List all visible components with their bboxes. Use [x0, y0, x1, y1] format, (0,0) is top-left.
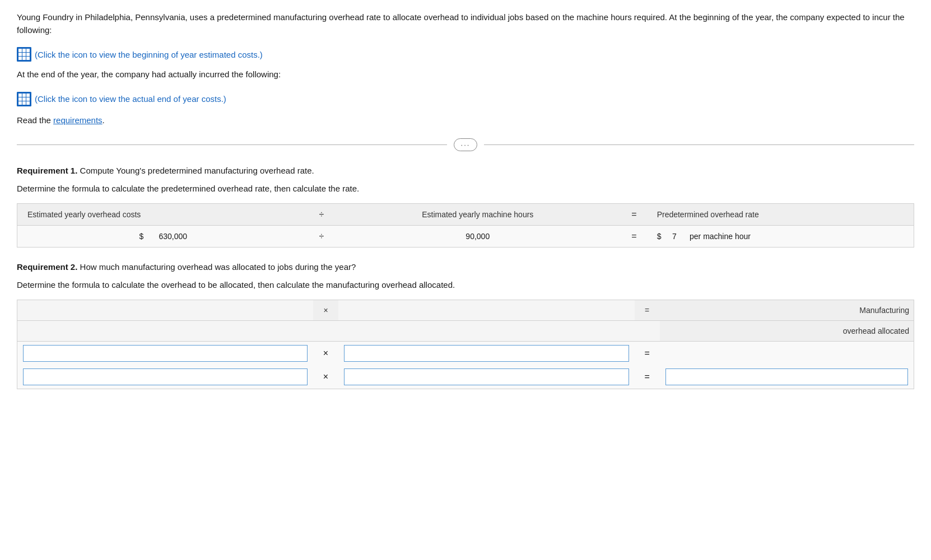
end-year-link[interactable]: (Click the icon to view the actual end o…: [17, 92, 226, 106]
overhead-header-mfg1: Manufacturing: [660, 300, 914, 320]
formula-rate: 7: [672, 232, 677, 241]
requirement1-title-rest: Compute Young's predetermined manufactur…: [77, 166, 314, 175]
beginning-year-link-text: (Click the icon to view the beginning of…: [35, 50, 263, 59]
requirement2-title-bold: Requirement 2.: [17, 262, 77, 272]
intro-paragraph2: At the end of the year, the company had …: [17, 68, 914, 81]
beginning-year-link[interactable]: (Click the icon to view the beginning of…: [17, 47, 263, 62]
requirement1-formula-table: Estimated yearly overhead costs ÷ Estima…: [17, 203, 914, 248]
formula-value-col3: $ 7 per machine hour: [647, 225, 914, 247]
requirement1-formula-desc: Determine the formula to calculate the p…: [17, 183, 914, 195]
formula-header-row: Estimated yearly overhead costs ÷ Estima…: [17, 203, 914, 225]
divider-line-right: [484, 144, 914, 145]
overhead-input2-cell[interactable]: [338, 341, 634, 365]
formula-value-col2: 90,000: [334, 225, 621, 247]
formula-dollar2: $: [657, 232, 662, 241]
overhead-op1: ×: [313, 341, 338, 365]
requirement2-title: Requirement 2. How much manufacturing ov…: [17, 261, 914, 274]
requirement1-title-bold: Requirement 1.: [17, 166, 77, 175]
formula-header-col1: Estimated yearly overhead costs: [17, 203, 309, 225]
read-requirements-line: Read the requirements.: [17, 115, 914, 125]
overhead-eq1: =: [635, 341, 660, 365]
overhead-input4[interactable]: [344, 368, 629, 385]
formula-value-col1: $ 630,000: [17, 225, 309, 247]
formula-header-col3: Predetermined overhead rate: [647, 203, 914, 225]
overhead-header-op: ×: [313, 300, 338, 320]
requirement1-title: Requirement 1. Compute Young's predeterm…: [17, 165, 914, 178]
formula-header-op2: =: [621, 203, 646, 225]
overhead-eq2: =: [635, 365, 660, 389]
overhead-value-row2: × =: [17, 365, 914, 389]
overhead-value-row1: × =: [17, 341, 914, 365]
overhead-input4-cell[interactable]: [338, 365, 634, 389]
requirement2-title-rest: How much manufacturing overhead was allo…: [77, 262, 356, 272]
divider-dots: ···: [454, 138, 478, 151]
overhead-result-label: [660, 341, 914, 365]
divider-line-left: [17, 144, 447, 145]
overhead-input1-cell[interactable]: [17, 341, 313, 365]
overhead-header-mfg2: overhead allocated: [660, 320, 914, 341]
grid-icon-1: [17, 47, 31, 62]
overhead-input2[interactable]: [344, 345, 629, 362]
formula-value1: 630,000: [159, 232, 187, 241]
formula-header-op1: ÷: [309, 203, 334, 225]
formula-value-op2: =: [621, 225, 646, 247]
formula-header-col2: Estimated yearly machine hours: [334, 203, 621, 225]
overhead-input5[interactable]: [665, 368, 908, 385]
requirement1-section: Requirement 1. Compute Young's predeterm…: [17, 165, 914, 248]
overhead-header-eq: =: [635, 300, 660, 320]
overhead-input3-cell[interactable]: [17, 365, 313, 389]
requirement2-formula-desc: Determine the formula to calculate the o…: [17, 279, 914, 292]
overhead-header-row2: overhead allocated: [17, 320, 914, 341]
intro-paragraph1: Young Foundry in Philadelphia, Pennsylva…: [17, 11, 914, 36]
overhead-input5-cell[interactable]: [660, 365, 914, 389]
formula-value-op1: ÷: [309, 225, 334, 247]
divider: ···: [17, 138, 914, 151]
overhead-header-row: × = Manufacturing: [17, 300, 914, 320]
requirements-link[interactable]: requirements: [53, 115, 103, 125]
formula-dollar1: $: [139, 232, 143, 241]
formula-rate-label: per machine hour: [690, 232, 751, 241]
requirement2-formula-table: × = Manufacturing overhead allocated × =: [17, 300, 914, 389]
overhead-input1[interactable]: [23, 345, 308, 362]
overhead-op2: ×: [313, 365, 338, 389]
requirement2-section: Requirement 2. How much manufacturing ov…: [17, 261, 914, 389]
grid-icon-2: [17, 92, 31, 106]
formula-value-row: $ 630,000 ÷ 90,000 = $ 7 per machine hou…: [17, 225, 914, 247]
end-year-link-text: (Click the icon to view the actual end o…: [35, 94, 226, 104]
overhead-input3[interactable]: [23, 368, 308, 385]
